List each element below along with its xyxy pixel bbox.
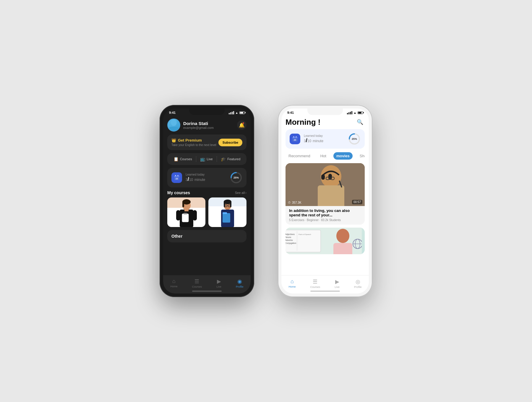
- profile-email: example@gmail.com: [183, 126, 214, 129]
- svg-text:23: 23: [294, 139, 296, 141]
- live-icon: 📺: [200, 157, 205, 161]
- video-card-2[interactable]: Adjectives Nouns Adverbs Conjugation Par…: [286, 228, 365, 254]
- svg-rect-11: [182, 202, 184, 207]
- my-courses-title: My courses: [167, 190, 190, 195]
- nav-home-light[interactable]: ⌂ Home: [289, 278, 296, 288]
- quick-link-courses[interactable]: 📋 Courses: [173, 157, 192, 161]
- courses-row: [167, 197, 246, 227]
- featured-icon: 🎓: [221, 157, 226, 161]
- crown-icon: 👑: [171, 138, 176, 142]
- time-dark: 9:41: [169, 111, 176, 114]
- notch-dark: [189, 108, 225, 115]
- nav-courses-dark[interactable]: ☰ Courses: [192, 278, 202, 288]
- nav-profile-light[interactable]: ◎ Profile: [354, 278, 362, 288]
- status-icons-light: ▲: [347, 111, 363, 114]
- course-card-1[interactable]: [167, 197, 205, 227]
- video-thumbnail-2: Adjectives Nouns Adverbs Conjugation Par…: [286, 228, 365, 254]
- quick-link-featured[interactable]: 🎓 Featured: [221, 157, 240, 161]
- light-screen-container: 9:41 ▲ Morning ! 🔍: [281, 108, 369, 294]
- svg-rect-4: [175, 175, 176, 176]
- see-all-link[interactable]: See all ›: [235, 191, 246, 194]
- learned-value-dark: 3/10 minute: [186, 176, 226, 182]
- time-light: 9:41: [287, 111, 294, 114]
- divider1: [196, 156, 196, 162]
- light-phone: 9:41 ▲ Morning ! 🔍: [278, 105, 372, 297]
- profile-nav-icon-dark: ◉: [237, 278, 242, 285]
- svg-rect-26: [223, 213, 230, 223]
- svg-rect-1: [169, 127, 179, 132]
- premium-card: 👑 Get Premium Take your English to the n…: [167, 134, 246, 150]
- video-meta-1: 5 Exercises · Beginner · 83.2k Students: [289, 218, 361, 222]
- svg-rect-37: [318, 185, 344, 206]
- profile-info: Dorina Stati example@gmail.com: [167, 119, 214, 132]
- course-card-2[interactable]: [208, 197, 246, 227]
- svg-rect-31: [296, 136, 296, 137]
- live-nav-icon-dark: ▶: [217, 278, 221, 285]
- progress-label-light: 25%: [352, 137, 357, 140]
- svg-rect-16: [182, 214, 189, 222]
- tab-hot[interactable]: Hot: [317, 152, 329, 160]
- dark-phone: 9:41 ▲: [160, 105, 254, 297]
- quick-link-live[interactable]: 📺 Live: [200, 157, 213, 161]
- svg-text:Conjugation: Conjugation: [286, 242, 296, 244]
- svg-rect-54: [333, 243, 352, 254]
- profile-header: Dorina Stati example@gmail.com 🔔: [167, 114, 246, 134]
- svg-rect-15: [193, 210, 197, 221]
- view-count: ⏱ 357.3K: [288, 201, 301, 204]
- video-thumbnail-1: ⏱ 357.3K 00:57: [286, 163, 365, 206]
- stats-card-dark: 23 Learned today 3/10 minute 25%: [167, 168, 246, 187]
- notch-light: [307, 108, 343, 115]
- home-indicator-light: [310, 291, 340, 292]
- svg-rect-14: [176, 210, 180, 221]
- video-title-1: In addition to living, you can also spen…: [289, 208, 361, 217]
- category-tabs: Recommend Hot movies Shopping B...: [286, 152, 365, 160]
- notification-bell[interactable]: 🔔: [237, 120, 246, 130]
- svg-text:Nouns: Nouns: [286, 236, 291, 238]
- wifi-icon-light: ▲: [353, 111, 356, 114]
- nav-profile-dark[interactable]: ◉ Profile: [236, 278, 244, 288]
- calendar-icon-dark: 23: [171, 172, 182, 183]
- search-icon: 🔍: [357, 119, 363, 125]
- my-courses-header: My courses See all ›: [167, 190, 246, 195]
- video-card-1[interactable]: ⏱ 357.3K 00:57 In addition to living, yo…: [286, 163, 365, 225]
- tab-recommend[interactable]: Recommend: [286, 152, 313, 160]
- dark-screen: 9:41 ▲: [163, 108, 251, 294]
- calendar-icon-light: 23: [290, 134, 300, 144]
- learned-label-dark: Learned today: [186, 173, 226, 176]
- svg-rect-30: [293, 136, 294, 137]
- svg-rect-5: [178, 175, 178, 176]
- other-section: Other: [167, 230, 246, 242]
- profile-name: Dorina Stati: [183, 121, 214, 126]
- notification-dot: [242, 122, 244, 124]
- svg-text:Adverbs: Adverbs: [286, 239, 293, 241]
- wifi-icon-dark: ▲: [235, 111, 238, 114]
- search-button[interactable]: 🔍: [355, 117, 365, 127]
- divider2: [217, 156, 217, 162]
- svg-text:Parts of Speech: Parts of Speech: [299, 234, 311, 235]
- courses-icon: 📋: [173, 157, 179, 161]
- chevron-right-icon: ›: [245, 191, 246, 194]
- nav-live-dark[interactable]: ▶ Live: [216, 278, 221, 288]
- svg-rect-3: [174, 176, 179, 177]
- video-duration: 00:57: [352, 200, 362, 204]
- battery-dark: [239, 111, 245, 114]
- nav-courses-light[interactable]: ☰ Courses: [310, 278, 320, 288]
- nav-home-dark[interactable]: ⌂ Home: [171, 278, 178, 288]
- learned-value-light: 3/10 minute: [304, 137, 345, 144]
- courses-nav-icon-light: ☰: [313, 278, 317, 285]
- clock-icon: ⏱: [288, 201, 291, 204]
- svg-point-53: [336, 229, 349, 243]
- tab-movies[interactable]: movies: [333, 152, 353, 160]
- home-icon-dark: ⌂: [172, 278, 176, 284]
- svg-text:Adjectives: Adjectives: [286, 233, 295, 236]
- battery-light: [358, 111, 363, 114]
- quick-links: 📋 Courses 📺 Live 🎓 Featured: [167, 153, 246, 165]
- avatar: [167, 119, 180, 132]
- nav-live-light[interactable]: ▶ Live: [335, 278, 340, 288]
- svg-rect-27: [223, 212, 227, 214]
- tab-shopping[interactable]: Shopping: [357, 152, 365, 160]
- svg-rect-38: [321, 174, 325, 180]
- progress-ring-dark: 25%: [230, 171, 242, 184]
- svg-rect-40: [328, 174, 332, 180]
- subscribe-button[interactable]: Subscribe: [218, 139, 242, 146]
